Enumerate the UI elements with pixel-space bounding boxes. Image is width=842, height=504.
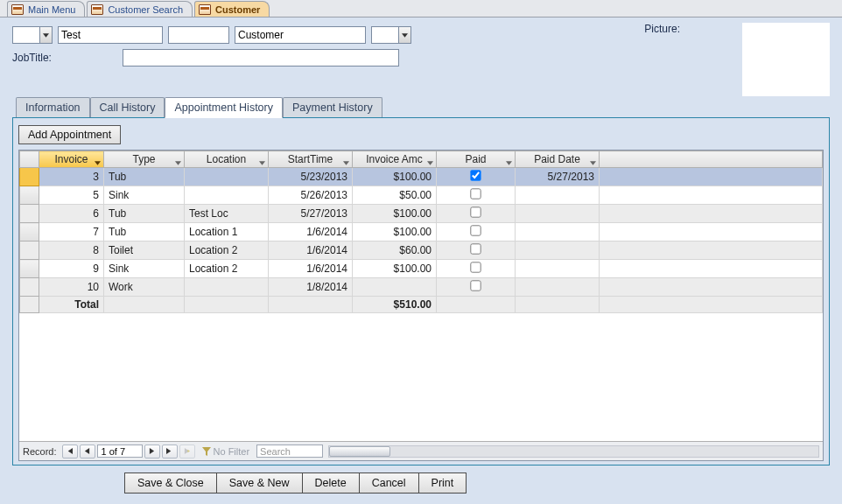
cell-invoice[interactable]: 10 [39,278,104,297]
cell-invoice[interactable]: 7 [39,223,104,242]
row-header[interactable] [20,205,39,223]
cell-amount[interactable]: $50.00 [353,186,437,205]
row-header[interactable] [20,186,39,205]
cell-paid[interactable] [437,278,516,297]
nav-next-button[interactable] [144,444,160,458]
nav-first-button[interactable] [62,444,78,458]
row-header[interactable] [20,242,39,260]
paid-checkbox[interactable] [470,170,481,180]
cell-amount[interactable] [353,278,437,297]
cell-invoice[interactable]: 5 [39,186,104,205]
cell-starttime[interactable]: 1/6/2014 [269,260,353,278]
no-filter-indicator[interactable]: No Filter [202,446,250,457]
jobtitle-input[interactable] [123,49,399,66]
cell-paid[interactable] [437,260,516,278]
horizontal-scrollbar[interactable] [328,445,819,458]
cell-type[interactable]: Toilet [104,242,185,260]
cell-invoice[interactable]: 8 [39,242,104,260]
cell-location[interactable] [185,168,269,186]
grid-search-input[interactable] [256,444,323,458]
appointments-grid[interactable]: Invoice Type Location StartTime Invoice … [19,150,823,441]
first-name-input[interactable] [58,26,163,44]
chevron-down-icon[interactable] [399,26,411,44]
cell-location[interactable] [185,186,269,205]
table-row[interactable]: 8ToiletLocation 21/6/2014$60.00 [20,242,823,260]
tab-payment-history[interactable]: Payment History [283,97,382,117]
table-row[interactable]: 7TubLocation 11/6/2014$100.00 [20,223,823,242]
col-location[interactable]: Location [185,151,269,168]
cell-invoice[interactable]: 6 [39,205,104,223]
add-appointment-button[interactable]: Add Appointment [18,125,121,144]
cell-amount[interactable]: $100.00 [353,223,437,242]
cell-location[interactable]: Location 2 [185,242,269,260]
table-row[interactable]: 5Sink5/26/2013$50.00 [20,186,823,205]
cell-invoice[interactable]: 3 [39,168,104,186]
table-row[interactable]: 9SinkLocation 21/6/2014$100.00 [20,260,823,278]
cell-paid-date[interactable] [516,278,600,297]
tab-call-history[interactable]: Call History [90,97,165,117]
doc-tab-customer[interactable]: Customer [194,1,270,17]
cancel-button[interactable]: Cancel [360,472,419,494]
record-position[interactable] [97,444,143,458]
row-header[interactable] [20,223,39,242]
cell-type[interactable]: Work [104,278,185,297]
cell-paid-date[interactable] [516,186,600,205]
nav-prev-button[interactable] [80,444,95,458]
cell-paid[interactable] [437,242,516,260]
cell-type[interactable]: Tub [104,205,185,223]
cell-amount[interactable]: $60.00 [353,242,437,260]
suffix-combo[interactable] [371,26,411,44]
cell-invoice[interactable]: 9 [39,260,104,278]
select-all-rowheader[interactable] [20,151,39,168]
cell-amount[interactable]: $100.00 [353,260,437,278]
title-combo[interactable] [12,26,53,44]
cell-paid[interactable] [437,186,516,205]
paid-checkbox[interactable] [470,243,481,254]
picture-box[interactable] [742,23,830,96]
cell-location[interactable]: Test Loc [185,205,269,223]
tab-information[interactable]: Information [16,97,90,117]
cell-type[interactable]: Sink [104,186,185,205]
cell-paid-date[interactable] [516,205,600,223]
table-row[interactable]: 6TubTest Loc5/27/2013$100.00 [20,205,823,223]
cell-starttime[interactable]: 1/6/2014 [269,242,353,260]
tab-appointment-history[interactable]: Appointment History [165,97,283,118]
scrollbar-thumb[interactable] [329,446,390,457]
cell-location[interactable]: Location 2 [185,260,269,278]
paid-checkbox[interactable] [470,280,481,290]
paid-checkbox[interactable] [470,225,481,235]
row-header[interactable] [20,278,39,297]
last-name-input[interactable] [235,26,366,44]
col-starttime[interactable]: StartTime [269,151,353,168]
cell-starttime[interactable]: 1/8/2014 [269,278,353,297]
cell-type[interactable]: Sink [104,260,185,278]
cell-paid[interactable] [437,223,516,242]
row-header[interactable] [20,260,39,278]
save-new-button[interactable]: Save & New [217,472,303,494]
col-invoice-amt[interactable]: Invoice Amc [353,151,437,168]
paid-checkbox[interactable] [470,206,481,217]
doc-tab-customer-search[interactable]: Customer Search [87,1,193,17]
cell-paid-date[interactable] [516,242,600,260]
save-close-button[interactable]: Save & Close [124,472,217,494]
table-row[interactable]: 10Work1/8/2014 [20,278,823,297]
cell-starttime[interactable]: 5/26/2013 [269,186,353,205]
cell-location[interactable]: Location 1 [185,223,269,242]
col-paid-date[interactable]: Paid Date [516,151,600,168]
paid-checkbox[interactable] [470,188,481,199]
col-invoice[interactable]: Invoice [39,151,104,168]
cell-amount[interactable]: $100.00 [353,168,437,186]
cell-paid-date[interactable] [516,223,600,242]
nav-last-button[interactable] [162,444,178,458]
cell-paid-date[interactable] [516,260,600,278]
doc-tab-main-menu[interactable]: Main Menu [7,1,85,17]
cell-paid-date[interactable]: 5/27/2013 [516,168,600,186]
table-row[interactable]: 3Tub5/23/2013$100.005/27/2013 [20,168,823,186]
suffix-input[interactable] [371,26,399,44]
row-header[interactable] [20,168,39,186]
title-input[interactable] [12,26,40,44]
print-button[interactable]: Print [419,472,467,494]
cell-paid[interactable] [437,205,516,223]
cell-paid[interactable] [437,168,516,186]
cell-starttime[interactable]: 1/6/2014 [269,223,353,242]
